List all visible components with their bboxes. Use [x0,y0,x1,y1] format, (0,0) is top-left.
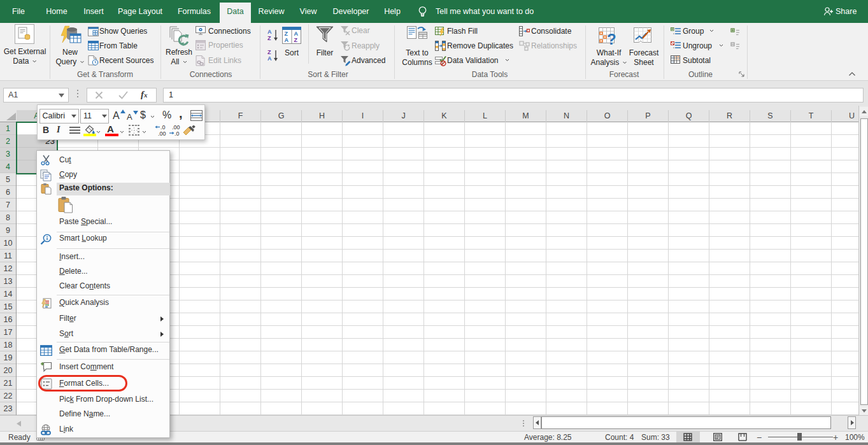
svg-text:Z: Z [285,31,288,37]
svg-text:.0: .0 [160,124,166,131]
svg-text:.00: .00 [172,124,180,131]
svg-text:A: A [294,31,299,37]
svg-text:A: A [267,29,272,35]
svg-text:Z: Z [267,35,271,41]
svg-text:Z: Z [267,49,271,55]
svg-text:.0: .0 [174,131,180,137]
svg-text:Z: Z [294,37,298,43]
svg-text:A: A [267,55,272,62]
svg-text:?: ? [607,31,616,46]
svg-text:A: A [285,37,289,43]
svg-text:.00: .00 [158,131,166,137]
